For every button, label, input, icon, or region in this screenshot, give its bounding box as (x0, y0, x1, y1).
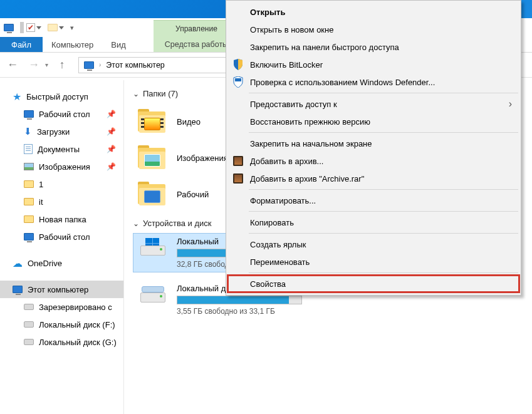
explorer-icon (4, 24, 14, 31)
section-label: Устройства и диск (143, 219, 212, 228)
folder-label: Изображения (177, 153, 228, 163)
sidebar-item-label: Изображения (39, 162, 90, 172)
ctx-format[interactable]: Форматировать... (227, 192, 519, 209)
ctx-properties[interactable]: Свойства (227, 275, 519, 292)
this-pc-icon (13, 286, 23, 293)
sidebar-item-label: OneDrive (28, 259, 62, 268)
sidebar-item-label: Локальный диск (F:) (39, 320, 115, 329)
folder-label: Видео (177, 117, 201, 127)
sidebar-item-folder-new[interactable]: Новая папка (0, 210, 123, 228)
tab-view[interactable]: Вид (102, 37, 135, 52)
ctx-create-shortcut[interactable]: Создать ярлык (227, 235, 519, 253)
cloud-icon: ☁ (13, 257, 23, 269)
folder-icon (24, 180, 34, 188)
context-menu: Открыть Открыть в новом окне Закрепить н… (226, 0, 521, 296)
sidebar-this-pc[interactable]: Этот компьютер (0, 281, 123, 298)
pin-icon: 📌 (107, 127, 116, 136)
properties-qat-checkbox[interactable] (26, 23, 41, 32)
pin-icon: 📌 (107, 145, 116, 153)
ctx-pin-quick-access[interactable]: Закрепить на панели быстрого доступа (227, 38, 519, 56)
sidebar-item-label: Загрузки (37, 127, 70, 137)
separator (20, 22, 24, 33)
desktop-icon (24, 233, 34, 241)
sidebar-item-reserved[interactable]: Зарезервировано с (0, 298, 123, 316)
folder-icon (24, 198, 34, 205)
separator (249, 189, 518, 190)
sidebar-item-desktop[interactable]: Рабочий стол 📌 (0, 105, 123, 123)
drive-icon (24, 304, 34, 310)
winrar-icon (232, 155, 244, 167)
drive-usage-bar (177, 296, 302, 304)
ctx-open[interactable]: Открыть (227, 3, 519, 21)
ctx-grant-access[interactable]: Предоставить доступ к › (227, 95, 519, 113)
pin-icon: 📌 (107, 162, 116, 171)
sidebar-item-drive-g[interactable]: Локальный диск (G:) (0, 333, 123, 351)
ctx-copy[interactable]: Копировать (227, 214, 519, 231)
folder-icon (138, 182, 168, 207)
nav-back-button[interactable]: ← (5, 58, 20, 73)
sidebar-onedrive[interactable]: ☁ OneDrive (0, 254, 123, 272)
shield-bitlocker-icon (232, 59, 244, 70)
chevron-down-icon: ⌄ (133, 90, 139, 98)
download-icon: ⬇ (24, 126, 32, 137)
folder-icon (138, 109, 168, 134)
ctx-rename[interactable]: Переименовать (227, 253, 519, 271)
qat-customize-caret[interactable]: ▾ (70, 24, 74, 32)
drive-icon (138, 284, 168, 309)
sidebar-item-documents[interactable]: Документы 📌 (0, 140, 123, 158)
sidebar-item-label: Этот компьютер (28, 285, 88, 294)
sidebar-item-drive-f[interactable]: Локальный диск (F:) (0, 316, 123, 333)
this-pc-icon (84, 61, 94, 69)
sidebar-item-downloads[interactable]: ⬇ Загрузки 📌 (0, 123, 123, 140)
drive-icon (24, 321, 34, 328)
ctx-defender-scan[interactable]: Проверка с использованием Windows Defend… (227, 73, 519, 91)
chevron-right-icon[interactable]: › (99, 61, 101, 68)
separator (249, 132, 518, 133)
sidebar-item-label: Новая папка (39, 215, 86, 224)
nav-forward-button[interactable]: → (26, 58, 41, 73)
tab-computer[interactable]: Компьютер (43, 37, 102, 52)
sidebar-item-label: Рабочий стол (39, 232, 90, 242)
submenu-arrow-icon: › (509, 98, 512, 110)
drive-icon (24, 339, 34, 345)
chevron-down-icon: ⌄ (133, 219, 139, 228)
new-folder-qat-icon[interactable] (48, 24, 64, 31)
sidebar-item-label: Рабочий стол (39, 110, 90, 119)
folder-icon (24, 215, 34, 223)
nav-up-button[interactable]: ↑ (55, 58, 70, 73)
document-icon (24, 144, 33, 154)
separator (249, 93, 518, 93)
sidebar-item-label: it (39, 197, 43, 207)
section-label: Папки (7) (143, 89, 178, 98)
nav-history-caret[interactable]: ▾ (45, 61, 48, 68)
sidebar-item-label: Локальный диск (G:) (39, 338, 117, 347)
sidebar-item-label: Быстрый доступ (26, 92, 88, 101)
svg-rect-0 (235, 78, 241, 81)
ctx-add-to-archive[interactable]: Добавить в архив... (227, 152, 519, 170)
ctx-open-new-window[interactable]: Открыть в новом окне (227, 21, 519, 38)
winrar-icon (232, 173, 244, 184)
ctx-bitlocker[interactable]: Включить BitLocker (227, 56, 519, 73)
sidebar-item-pictures[interactable]: Изображения 📌 (0, 158, 123, 175)
address-location[interactable]: Этот компьютер (106, 61, 164, 70)
sidebar-item-label: Зарезервировано с (39, 303, 112, 312)
star-icon: ★ (13, 91, 21, 103)
sidebar-item-folder-1[interactable]: 1 (0, 175, 123, 193)
folder-icon (138, 145, 168, 170)
navigation-pane: ★ Быстрый доступ Рабочий стол 📌 ⬇ Загруз… (0, 80, 124, 414)
sidebar-item-folder-it[interactable]: it (0, 193, 123, 210)
separator (249, 211, 518, 212)
pictures-icon (24, 163, 34, 170)
pin-icon: 📌 (107, 110, 116, 118)
ctx-restore-previous[interactable]: Восстановить прежнюю версию (227, 113, 519, 130)
drive-icon (138, 237, 168, 262)
sidebar-item-desktop-2[interactable]: Рабочий стол (0, 228, 123, 246)
desktop-icon (24, 110, 34, 118)
ctx-pin-start[interactable]: Закрепить на начальном экране (227, 135, 519, 152)
separator (249, 233, 518, 234)
sidebar-quick-access[interactable]: ★ Быстрый доступ (0, 88, 123, 105)
sidebar-item-label: Документы (38, 145, 80, 154)
tab-file[interactable]: Файл (0, 37, 43, 52)
ctx-add-to-archive-rar[interactable]: Добавить в архив "Archive.rar" (227, 170, 519, 187)
shield-defender-icon (232, 76, 244, 88)
